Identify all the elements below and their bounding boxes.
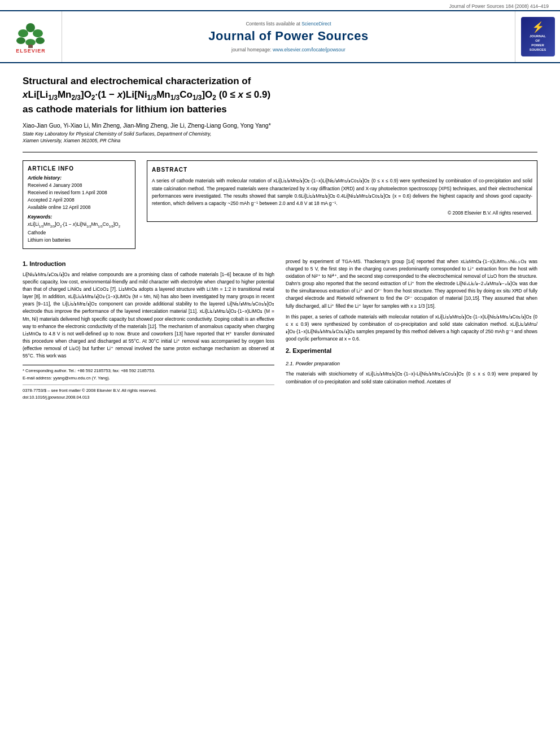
article-info-title: ARTICLE INFO: [28, 165, 130, 172]
meta-bar: Journal of Power Sources 184 (2008) 414–…: [0, 0, 560, 10]
sciencedirect-link[interactable]: ScienceDirect: [301, 21, 331, 27]
elsevier-tree-svg: [15, 21, 46, 48]
footnote-corresponding: * Corresponding author. Tel.: +86 592 21…: [23, 368, 274, 374]
journal-logo-right: ⚡ JOURNALOFPOWERSOURCES: [515, 11, 560, 62]
journal-header: ELSEVIER Contents lists available at Sci…: [0, 10, 560, 63]
sciencedirect-line: Contents lists available at ScienceDirec…: [246, 21, 331, 27]
article-title-section: Structural and electrochemical character…: [23, 75, 537, 152]
elsevier-logo-area: ELSEVIER: [0, 11, 62, 62]
journal-reference: Journal of Power Sources 184 (2008) 414–…: [449, 3, 549, 9]
intro-para-1: Li[Ni₁/₃Mn₁/₃Co₁/₃]O₂ and relative compo…: [23, 271, 274, 360]
article-info-column: ARTICLE INFO Article history: Received 4…: [23, 160, 135, 248]
bottom-bar: 0378-7753/$ – see front matter © 2008 El…: [23, 385, 274, 394]
abstract-box: ABSTRACT A series of cathode materials w…: [147, 160, 537, 221]
svg-point-3: [33, 29, 43, 37]
body-col-left: 1. Introduction Li[Ni₁/₃Mn₁/₃Co₁/₃]O₂ an…: [23, 258, 274, 401]
svg-point-2: [18, 29, 28, 37]
issn-text: 0378-7753/$ – see front matter © 2008 El…: [23, 387, 156, 394]
intro-para-3: In this paper, a series of cathode mater…: [286, 313, 537, 343]
article-info-box: ARTICLE INFO Article history: Received 4…: [23, 160, 135, 248]
received-date: Received 4 January 2008: [28, 182, 130, 189]
article-content: Structural and electrochemical character…: [0, 63, 560, 412]
journal-title: Journal of Power Sources: [208, 29, 368, 43]
abstract-copyright: © 2008 Elsevier B.V. All rights reserved…: [152, 209, 532, 217]
keywords-label: Keywords:: [28, 214, 130, 220]
intro-para-2: proved by experiment of TGA-MS. Thackera…: [286, 258, 537, 310]
section-2-title: 2. Experimental: [286, 346, 537, 356]
affiliation-1: State Key Laboratory for Physical Chemis…: [23, 131, 537, 138]
svg-point-4: [16, 37, 25, 44]
keywords-section: Keywords: xLi[Li1/3Mn2/3]O2·(1 − x)Li[Ni…: [28, 214, 130, 243]
section-1-title: 1. Introduction: [23, 259, 274, 269]
svg-point-1: [26, 23, 35, 32]
body-two-col: 1. Introduction Li[Ni₁/₃Mn₁/₃Co₁/₃]O₂ an…: [23, 258, 537, 401]
keyword-1: xLi[Li1/3Mn2/3]O2·(1 − x)Li[Ni1/3Mn1/3Co…: [28, 221, 130, 229]
abstract-text: A series of cathode materials with molec…: [152, 177, 532, 207]
history-label: Article history:: [28, 175, 130, 181]
keyword-2: Cathode: [28, 229, 130, 237]
badge-text: JOURNALOFPOWERSOURCES: [530, 34, 546, 52]
elsevier-text-label: ELSEVIER: [16, 48, 46, 54]
abstract-title: ABSTRACT: [152, 165, 532, 174]
subsection-2-1-title: 2.1. Powder preparation: [286, 360, 537, 368]
affiliation-2: Xiamen University, Xiamen 361005, PR Chi…: [23, 138, 537, 145]
body-col-right: proved by experiment of TGA-MS. Thackera…: [286, 258, 537, 401]
info-abstract-row: ARTICLE INFO Article history: Received 4…: [23, 160, 537, 248]
abstract-column: ABSTRACT A series of cathode materials w…: [147, 160, 537, 248]
footnote-email: E-mail address: yyang@xmu.edu.cn (Y. Yan…: [23, 375, 274, 381]
page: Journal of Power Sources 184 (2008) 414–…: [0, 0, 560, 747]
journal-header-center: Contents lists available at ScienceDirec…: [62, 11, 515, 62]
lightning-icon: ⚡: [532, 21, 544, 33]
accepted-date: Accepted 2 April 2008: [28, 196, 130, 204]
elsevier-logo: ELSEVIER: [8, 20, 54, 54]
available-online-date: Available online 12 April 2008: [28, 204, 130, 211]
keyword-3: Lithium ion batteries: [28, 237, 130, 244]
article-title: Structural and electrochemical character…: [23, 75, 537, 116]
footer-area: * Corresponding author. Tel.: +86 592 21…: [23, 365, 274, 382]
svg-point-6: [36, 37, 45, 44]
doi-text: doi:10.1016/j.jpowsour.2008.04.013: [23, 394, 274, 401]
authors-line: Xiao-Jian Guo, Yi-Xiao Li, Min Zheng, Ji…: [23, 122, 537, 129]
powder-prep-para: The materials with stoichiometry of xLi[…: [286, 370, 537, 385]
power-sources-badge: ⚡ JOURNALOFPOWERSOURCES: [521, 17, 555, 56]
journal-homepage: journal homepage: www.elsevier.com/locat…: [231, 47, 345, 53]
received-revised-date: Received in revised form 1 April 2008: [28, 189, 130, 196]
